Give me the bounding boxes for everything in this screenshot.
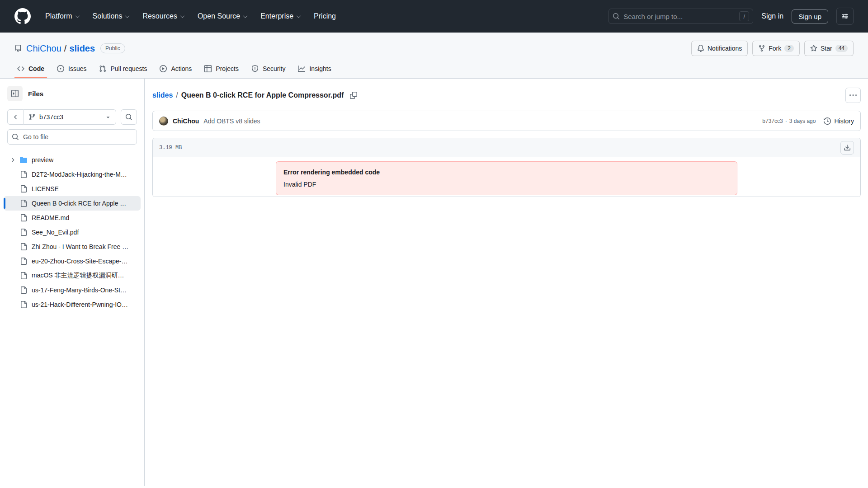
fork-button[interactable]: Fork 2 bbox=[752, 41, 800, 56]
file-icon bbox=[18, 258, 29, 265]
commit-message-link[interactable]: Add OBTS v8 slides bbox=[203, 117, 260, 125]
chevron-right-icon[interactable] bbox=[7, 157, 18, 163]
tab-security[interactable]: Security bbox=[245, 61, 292, 78]
shield-icon bbox=[251, 65, 259, 72]
nav-item-label: Enterprise bbox=[260, 12, 293, 20]
tree-item-file[interactable]: Zhi Zhou - I Want to Break Free … bbox=[4, 239, 141, 254]
meta-dot: · bbox=[785, 118, 787, 124]
bell-icon bbox=[697, 45, 704, 52]
top-navigation: Platform Solutions Resources Open Source… bbox=[0, 0, 868, 33]
file-viewer: 3.19 MB Error rendering embedded code In… bbox=[152, 138, 861, 197]
tab-label: Projects bbox=[216, 65, 239, 72]
file-icon bbox=[18, 243, 29, 250]
chevron-down-icon bbox=[243, 14, 248, 18]
history-label: History bbox=[834, 117, 854, 125]
download-raw-button[interactable] bbox=[840, 141, 854, 155]
tree-item-label: eu-20-Zhou-Cross-Site-Escape-… bbox=[32, 258, 127, 265]
nav-item-open-source[interactable]: Open Source bbox=[192, 9, 252, 24]
tab-issues[interactable]: Issues bbox=[51, 61, 93, 78]
files-sidebar: Files b737cc3 bbox=[0, 79, 145, 486]
commit-meta: b737cc3 · 3 days ago bbox=[762, 118, 816, 124]
github-logo-icon[interactable] bbox=[14, 8, 31, 24]
tree-item-label: README.md bbox=[32, 214, 69, 221]
tab-label: Security bbox=[263, 65, 286, 72]
repo-name-link[interactable]: slides bbox=[69, 43, 95, 54]
tab-actions[interactable]: Actions bbox=[153, 61, 198, 78]
folder-icon bbox=[18, 156, 29, 164]
notifications-button[interactable]: Notifications bbox=[691, 41, 748, 56]
tree-item-file[interactable]: eu-20-Zhou-Cross-Site-Escape-… bbox=[4, 254, 141, 268]
tree-item-label: Zhi Zhou - I Want to Break Free … bbox=[32, 243, 128, 250]
chevron-down-icon bbox=[75, 14, 80, 18]
tree-item-folder[interactable]: preview bbox=[4, 153, 141, 167]
appearance-settings-button[interactable] bbox=[836, 8, 854, 25]
file-size: 3.19 MB bbox=[159, 145, 182, 151]
nav-item-solutions[interactable]: Solutions bbox=[87, 9, 135, 24]
star-button[interactable]: Star 44 bbox=[804, 41, 854, 56]
tree-item-label: LICENSE bbox=[32, 185, 59, 192]
tree-item-file-selected[interactable]: Queen B 0-click RCE for Apple … bbox=[4, 196, 141, 211]
tree-item-file[interactable]: us-21-Hack-Different-Pwning-IO… bbox=[4, 297, 141, 312]
file-viewer-body: Error rendering embedded code Invalid PD… bbox=[153, 157, 860, 197]
tab-projects[interactable]: Projects bbox=[198, 61, 245, 78]
repo-action-buttons: Notifications Fork 2 Star 44 bbox=[691, 41, 854, 56]
star-label: Star bbox=[821, 45, 832, 52]
tree-item-file[interactable]: us-17-Feng-Many-Birds-One-St… bbox=[4, 283, 141, 297]
branch-controls: b737cc3 bbox=[0, 109, 144, 125]
file-icon bbox=[18, 229, 29, 236]
go-to-file-input[interactable] bbox=[7, 129, 137, 145]
breadcrumb-separator: / bbox=[176, 91, 178, 99]
fork-count-badge: 2 bbox=[784, 45, 794, 52]
history-icon bbox=[824, 117, 831, 125]
tree-item-file[interactable]: README.md bbox=[4, 211, 141, 225]
file-icon bbox=[18, 214, 29, 221]
caret-down-icon bbox=[105, 114, 111, 120]
nav-item-platform[interactable]: Platform bbox=[40, 9, 85, 24]
nav-item-label: Platform bbox=[45, 12, 72, 20]
error-message: Invalid PDF bbox=[283, 181, 730, 188]
search-this-repo-button[interactable] bbox=[121, 109, 137, 125]
author-avatar[interactable] bbox=[159, 117, 168, 126]
tree-item-file[interactable]: See_No_Evil.pdf bbox=[4, 225, 141, 239]
repo-icon bbox=[14, 45, 22, 52]
repo-owner-link[interactable]: ChiChou bbox=[26, 43, 61, 54]
repo-header: ChiChou / slides Public Notifications Fo… bbox=[0, 33, 868, 79]
repo-title-row: ChiChou / slides Public Notifications Fo… bbox=[0, 33, 868, 61]
commit-author-link[interactable]: ChiChou bbox=[173, 117, 199, 125]
sidebar-collapse-icon bbox=[11, 90, 19, 97]
table-icon bbox=[204, 65, 212, 72]
file-icon bbox=[18, 286, 29, 294]
sign-up-button[interactable]: Sign up bbox=[792, 9, 828, 23]
tab-insights[interactable]: Insights bbox=[292, 61, 337, 78]
tree-item-file[interactable]: macOS 非主流逻辑提权漏洞研… bbox=[4, 268, 141, 283]
nav-item-pricing[interactable]: Pricing bbox=[308, 9, 341, 24]
previous-commit-button[interactable] bbox=[7, 109, 24, 125]
more-options-button[interactable] bbox=[845, 88, 861, 103]
history-link[interactable]: History bbox=[824, 117, 854, 125]
fork-icon bbox=[758, 45, 765, 52]
collapse-sidebar-button[interactable] bbox=[7, 86, 23, 101]
tab-pull-requests[interactable]: Pull requests bbox=[93, 61, 153, 78]
tree-item-file[interactable]: LICENSE bbox=[4, 182, 141, 196]
copy-path-button[interactable] bbox=[348, 90, 359, 101]
file-icon bbox=[18, 272, 29, 279]
tree-item-label: Queen B 0-click RCE for Apple … bbox=[32, 200, 126, 207]
files-panel-title: Files bbox=[28, 90, 43, 98]
repo-tabs: Code Issues Pull requests Actions Projec… bbox=[0, 61, 868, 78]
breadcrumb-repo-link[interactable]: slides bbox=[152, 91, 173, 99]
branch-selector[interactable]: b737cc3 bbox=[24, 109, 116, 125]
nav-item-resources[interactable]: Resources bbox=[137, 9, 189, 24]
tree-item-label: D2T2-ModJack-Hijacking-the-M… bbox=[32, 171, 127, 178]
tab-code[interactable]: Code bbox=[11, 61, 51, 78]
render-error-flash: Error rendering embedded code Invalid PD… bbox=[276, 161, 737, 195]
tree-item-label: preview bbox=[32, 156, 53, 164]
nav-item-enterprise[interactable]: Enterprise bbox=[255, 9, 306, 24]
tree-item-file[interactable]: D2T2-ModJack-Hijacking-the-M… bbox=[4, 167, 141, 182]
commit-sha[interactable]: b737cc3 bbox=[762, 118, 783, 124]
search-input[interactable] bbox=[623, 13, 736, 20]
play-icon bbox=[160, 65, 167, 72]
sign-in-link[interactable]: Sign in bbox=[761, 12, 783, 20]
global-search[interactable]: / bbox=[609, 9, 753, 24]
star-count-badge: 44 bbox=[835, 45, 848, 52]
tab-label: Issues bbox=[68, 65, 86, 72]
